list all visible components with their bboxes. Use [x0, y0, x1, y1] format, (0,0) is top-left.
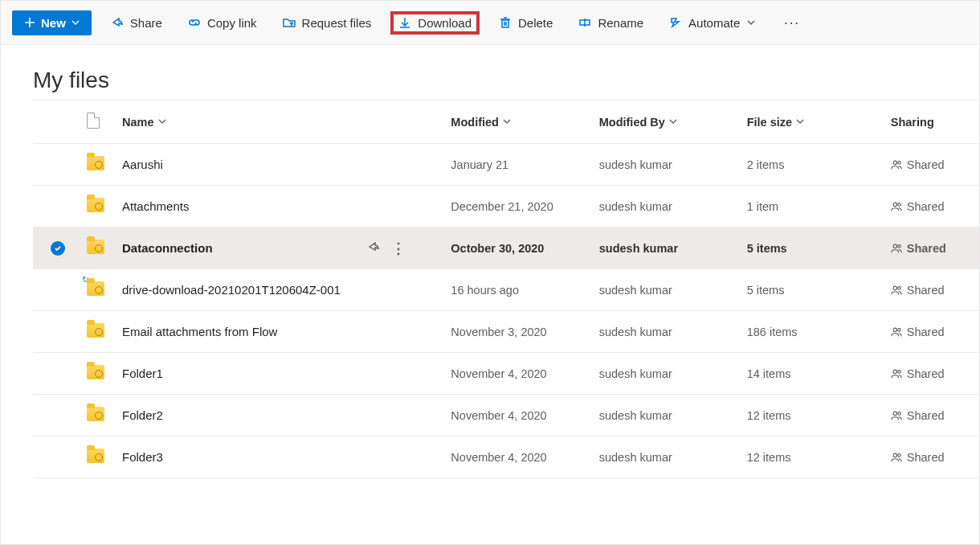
header-modified[interactable]: Modified [444, 100, 592, 144]
cell-modified-by: sudesh kumar [593, 353, 741, 395]
chevron-down-icon [795, 117, 805, 126]
folder-icon [87, 156, 104, 170]
people-icon [891, 368, 902, 379]
svg-point-21 [898, 328, 901, 331]
sharing-label: Shared [907, 284, 945, 297]
item-name[interactable]: Dataconnection [122, 241, 213, 255]
download-button[interactable]: Download [390, 11, 480, 35]
automate-button[interactable]: Automate [663, 11, 762, 35]
cell-size: 14 items [741, 353, 884, 395]
cell-sharing[interactable]: Shared [891, 451, 973, 464]
cell-sharing[interactable]: Shared [891, 409, 973, 422]
cell-size: 5 items [741, 227, 884, 269]
row-share-icon[interactable] [367, 240, 380, 256]
table-header-row: Name Modified Modified By File size Shar… [33, 100, 979, 144]
copy-link-label: Copy link [207, 16, 257, 30]
item-name[interactable]: Attachments [122, 199, 189, 213]
cell-sharing[interactable]: Shared [891, 326, 973, 338]
svg-rect-5 [502, 20, 508, 27]
table-row[interactable]: AarushiJanuary 21sudesh kumar2 itemsShar… [33, 144, 979, 186]
more-button[interactable]: ⋯ [775, 8, 807, 37]
new-button[interactable]: New [12, 10, 92, 35]
table-row[interactable]: Folder2November 4, 2020sudesh kumar12 it… [33, 395, 979, 436]
cell-size: 12 items [741, 395, 884, 436]
document-icon [87, 113, 100, 129]
delete-button[interactable]: Delete [492, 11, 559, 35]
svg-point-22 [893, 370, 896, 373]
cell-modified-by: sudesh kumar [593, 436, 741, 478]
cell-modified-by: sudesh kumar [593, 269, 741, 311]
item-name[interactable]: Aarushi [122, 158, 163, 171]
people-icon [891, 243, 902, 254]
item-name[interactable]: Folder3 [122, 450, 163, 464]
chevron-down-icon [502, 117, 512, 126]
item-name[interactable]: drive-download-20210201T120604Z-001 [122, 283, 341, 297]
copy-link-button[interactable]: Copy link [182, 11, 263, 35]
toolbar: New Share Copy link Request files Downlo… [1, 1, 979, 45]
share-button[interactable]: Share [104, 11, 169, 35]
header-modified-by[interactable]: Modified By [593, 100, 741, 144]
automate-icon [669, 16, 682, 29]
chevron-down-icon [71, 18, 80, 27]
cell-modified: November 4, 2020 [444, 436, 592, 478]
cell-size: 186 items [741, 311, 884, 353]
folder-icon [87, 323, 104, 338]
request-files-label: Request files [302, 16, 372, 30]
cell-modified: November 4, 2020 [444, 353, 592, 395]
table-row[interactable]: Folder1November 4, 2020sudesh kumar14 it… [33, 353, 979, 395]
sharing-label: Shared [907, 200, 945, 213]
header-name[interactable]: Name [116, 100, 444, 144]
rename-label: Rename [598, 16, 643, 30]
delete-label: Delete [518, 16, 553, 30]
cell-modified: October 30, 2020 [444, 227, 592, 269]
cell-modified: 16 hours ago [444, 269, 592, 311]
cell-modified-by: sudesh kumar [593, 395, 741, 436]
people-icon [891, 159, 902, 170]
cell-sharing[interactable]: Shared [891, 367, 973, 380]
svg-point-24 [893, 412, 896, 415]
table-row[interactable]: Dataconnection⋮October 30, 2020sudesh ku… [33, 227, 979, 269]
rename-icon [578, 16, 591, 29]
folder-request-icon [283, 16, 296, 29]
item-name[interactable]: Folder2 [122, 408, 163, 422]
cell-sharing[interactable]: Shared [891, 158, 973, 171]
row-more-icon[interactable]: ⋮ [391, 244, 406, 252]
svg-point-20 [893, 328, 896, 331]
folder-icon [87, 281, 104, 296]
svg-point-13 [898, 161, 901, 164]
sharing-label: Shared [907, 242, 946, 255]
item-name[interactable]: Folder1 [122, 367, 163, 380]
cell-modified: December 21, 2020 [444, 186, 592, 227]
item-name[interactable]: Email attachments from Flow [122, 325, 277, 338]
folder-icon [87, 198, 104, 212]
people-icon [891, 285, 902, 296]
sharing-label: Shared [907, 451, 945, 464]
cell-modified-by: sudesh kumar [593, 186, 741, 227]
svg-point-27 [898, 453, 901, 457]
svg-point-12 [893, 161, 896, 164]
automate-label: Automate [688, 16, 740, 30]
selected-check-icon[interactable] [51, 241, 65, 256]
table-row[interactable]: Email attachments from FlowNovember 3, 2… [33, 311, 979, 353]
request-files-button[interactable]: Request files [276, 11, 378, 35]
header-sharing[interactable]: Sharing [884, 100, 979, 144]
header-file-size[interactable]: File size [741, 100, 884, 144]
table-row[interactable]: ↻drive-download-20210201T120604Z-00116 h… [33, 269, 979, 311]
svg-point-17 [898, 244, 901, 248]
header-file-type[interactable] [80, 100, 116, 144]
table-row[interactable]: AttachmentsDecember 21, 2020sudesh kumar… [33, 186, 979, 227]
cell-modified-by: sudesh kumar [593, 311, 741, 353]
chevron-down-icon [746, 18, 756, 27]
cell-size: 12 items [741, 436, 884, 478]
cell-sharing[interactable]: Shared [891, 200, 973, 213]
cell-sharing[interactable]: Shared [891, 242, 973, 255]
people-icon [891, 410, 902, 421]
cell-modified: November 3, 2020 [444, 311, 592, 353]
share-label: Share [130, 16, 162, 30]
rename-button[interactable]: Rename [572, 11, 650, 35]
folder-icon [87, 449, 104, 463]
table-row[interactable]: Folder3November 4, 2020sudesh kumar12 it… [33, 436, 979, 478]
people-icon [891, 452, 902, 463]
chevron-down-icon [157, 117, 167, 126]
cell-sharing[interactable]: Shared [891, 284, 973, 297]
